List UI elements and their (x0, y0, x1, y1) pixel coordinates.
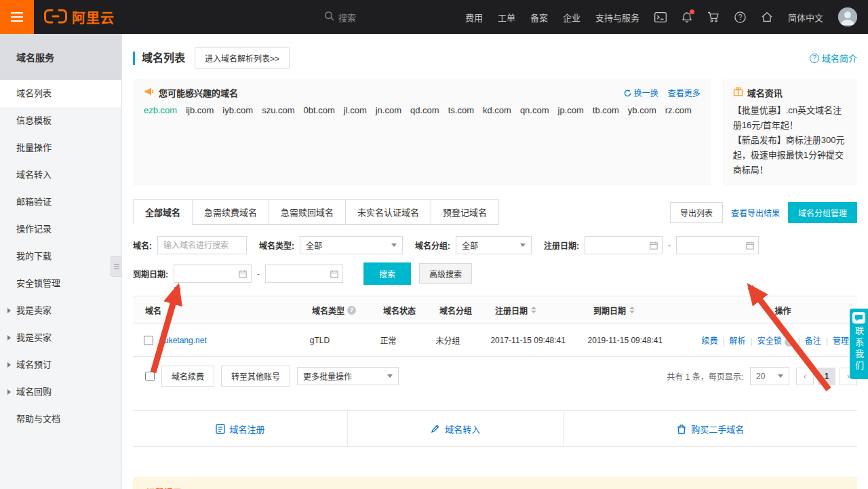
col-regdate: 注册日期 (495, 305, 593, 316)
nav-billing[interactable]: 费用 (465, 11, 483, 24)
exp-date-start-input[interactable] (174, 265, 252, 283)
sidebar-item-domain-list[interactable]: 域名列表 (0, 80, 121, 107)
suggested-domain[interactable]: tb.com (593, 105, 619, 115)
reg-date-end-input[interactable] (676, 236, 759, 254)
prev-page-button[interactable]: ‹ (796, 368, 814, 385)
tab-all-domains[interactable]: 全部域名 (133, 199, 192, 225)
nav-icp[interactable]: 备案 (530, 11, 548, 24)
col-expdate-label: 到期日期 (593, 305, 626, 316)
sort-icon[interactable] (629, 307, 635, 313)
manage-action-link[interactable]: 管理 (833, 334, 849, 346)
sidebar-item-domain-prebook[interactable]: 域名预订 (0, 351, 121, 378)
language-switcher[interactable]: 简体中文 (788, 11, 823, 24)
console-icon[interactable] (654, 12, 667, 22)
dns-resolve-action-link[interactable]: 解析 (730, 334, 757, 346)
search-button[interactable]: 搜索 (363, 262, 411, 285)
suggested-domain[interactable]: jn.com (376, 105, 401, 115)
suggested-domain[interactable]: jp.com (558, 105, 584, 115)
batch-transfer-account-button[interactable]: 转至其他账号 (221, 366, 290, 387)
view-more-link[interactable]: 查看更多 (668, 87, 701, 98)
news-line: 【批量优惠】.cn英文域名注册16元/首年起！ (733, 103, 846, 133)
suggested-domain[interactable]: kd.com (483, 105, 511, 115)
tabs-row: 全部域名 急需续费域名 急需赎回域名 未实名认证域名 预登记域名 导出列表 查看… (133, 199, 857, 225)
suggested-domain[interactable]: iyb.com (222, 105, 253, 115)
nav-tickets[interactable]: 工单 (498, 11, 515, 24)
contact-us-tab[interactable]: 联系我们 (850, 309, 868, 379)
current-page[interactable]: 1 (818, 368, 835, 385)
svg-text:?: ? (738, 14, 743, 21)
sidebar-item-email-verify[interactable]: 邮箱验证 (0, 189, 121, 216)
domain-intro-link[interactable]: 域名简介 (810, 52, 857, 64)
domain-group-select[interactable]: 全部 (456, 236, 532, 254)
sidebar-item-domain-buyback[interactable]: 域名回购 (0, 378, 121, 406)
sort-icon[interactable] (531, 307, 536, 313)
page-size-select[interactable]: 20 (750, 367, 789, 385)
sidebar-item-my-downloads[interactable]: 我的下载 (0, 243, 121, 270)
row-checkbox[interactable] (144, 336, 153, 345)
sidebar-item-help-docs[interactable]: 帮助与文档 (0, 406, 121, 433)
tab-need-redeem[interactable]: 急需赎回域名 (269, 199, 345, 224)
sidebar-collapse-handle[interactable] (111, 256, 121, 277)
quick-link-transfer-in[interactable]: 域名转入 (347, 411, 563, 446)
batch-renew-button[interactable]: 域名续费 (161, 366, 214, 387)
domain-group-manage-button[interactable]: 域名分组管理 (788, 202, 857, 223)
sidebar-item-buyer[interactable]: 我是买家 (0, 324, 121, 351)
chevron-down-icon (387, 374, 393, 378)
goto-dns-list-button[interactable]: 进入域名解析列表>> (195, 47, 290, 69)
suggested-domain[interactable]: 0bt.com (304, 105, 335, 115)
aliyun-logo[interactable]: 阿里云 (43, 7, 115, 27)
suggested-domain[interactable]: szu.com (262, 105, 294, 115)
nav-enterprise[interactable]: 企业 (563, 11, 580, 24)
date-range-dash: - (668, 241, 671, 250)
hamburger-menu-button[interactable] (0, 0, 34, 34)
suggested-domain[interactable]: jl.com (344, 105, 367, 115)
help-circle-icon[interactable] (785, 338, 793, 347)
sidebar-item-info-template[interactable]: 信息模板 (0, 107, 121, 134)
tab-not-verified[interactable]: 未实名认证域名 (345, 199, 431, 224)
notifications-bell-icon[interactable] (682, 12, 692, 23)
global-search[interactable]: 搜索 (324, 0, 356, 34)
help-circle-icon[interactable] (347, 306, 356, 315)
view-export-result-link[interactable]: 查看导出结果 (731, 207, 780, 218)
chevron-right-icon (7, 362, 11, 368)
sidebar-item-operation-log[interactable]: 操作记录 (0, 216, 121, 243)
tab-preregister[interactable]: 预登记域名 (431, 199, 499, 224)
select-all-checkbox[interactable] (145, 372, 155, 381)
quick-link-buy-secondhand-label: 购买二手域名 (691, 423, 744, 435)
renew-action-link[interactable]: 续费 (701, 334, 729, 346)
tab-need-renew[interactable]: 急需续费域名 (192, 199, 269, 224)
refresh-domains-link[interactable]: 换一换 (624, 87, 658, 98)
home-icon[interactable] (761, 12, 773, 22)
sidebar-item-domain-transfer-in[interactable]: 域名转入 (0, 161, 121, 189)
advanced-search-button[interactable]: 高级搜索 (419, 263, 472, 284)
exp-date-end-input[interactable] (265, 265, 343, 283)
suggested-domain[interactable]: ijb.com (186, 105, 214, 115)
suggested-domain[interactable]: yb.com (628, 105, 656, 115)
domain-group-value: 全部 (462, 239, 478, 251)
sidebar-item-batch-ops[interactable]: 批量操作 (0, 134, 121, 161)
user-avatar[interactable] (838, 7, 857, 26)
suggested-domain[interactable]: qd.com (410, 105, 439, 115)
export-list-button[interactable]: 导出列表 (670, 202, 723, 223)
more-batch-ops-select[interactable]: 更多批量操作 (297, 367, 399, 385)
domain-name-link[interactable]: yuketang.net (160, 336, 207, 345)
search-placeholder: 搜索 (338, 11, 356, 24)
sidebar-item-seller[interactable]: 我是卖家 (0, 297, 121, 324)
remark-action-link[interactable]: 备注 (805, 334, 833, 346)
quick-link-buy-secondhand[interactable]: 购买二手域名 (563, 411, 857, 446)
nav-support[interactable]: 支持与服务 (595, 11, 639, 24)
suggested-domain[interactable]: qn.com (520, 105, 549, 115)
help-icon[interactable]: ? (734, 12, 746, 23)
reg-date-start-input[interactable] (585, 236, 663, 254)
security-lock-action-link[interactable]: 安全锁 (757, 334, 805, 347)
suggested-domains: ezb.comijb.comiyb.comszu.com0bt.comjl.co… (144, 103, 701, 117)
domain-search-input[interactable] (157, 236, 247, 254)
suggested-domain[interactable]: rz.com (665, 105, 692, 115)
quick-link-register[interactable]: 域名注册 (133, 411, 347, 446)
suggested-domain[interactable]: ezb.com (144, 105, 177, 115)
cart-icon[interactable] (707, 12, 719, 22)
suggested-domain[interactable]: ts.com (448, 105, 474, 115)
col-type-label: 域名类型 (312, 305, 344, 316)
domain-type-select[interactable]: 全部 (300, 236, 403, 254)
sidebar-item-security-lock[interactable]: 安全锁管理 (0, 270, 121, 297)
